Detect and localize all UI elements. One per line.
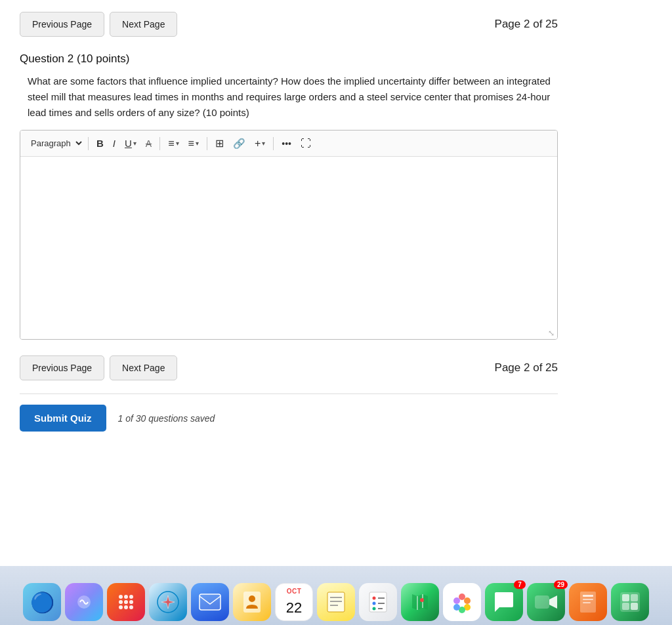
underline-label: U bbox=[125, 138, 132, 149]
top-prev-button[interactable]: Previous Page bbox=[20, 12, 104, 37]
top-nav-row: Previous Page Next Page Page 2 of 25 bbox=[20, 12, 558, 37]
insert-chevron-icon: ▾ bbox=[262, 140, 265, 147]
svg-point-32 bbox=[453, 604, 460, 611]
dock-reminders-icon[interactable] bbox=[359, 583, 397, 621]
toolbar-separator-2 bbox=[159, 137, 160, 150]
editor-content-area[interactable] bbox=[20, 157, 557, 327]
align-button[interactable]: ≡ ▾ bbox=[164, 135, 182, 152]
svg-point-6 bbox=[129, 600, 133, 604]
dock-launchpad-icon[interactable] bbox=[107, 583, 145, 621]
table-button[interactable]: ⊞ bbox=[211, 134, 228, 152]
underline-chevron-icon: ▾ bbox=[133, 140, 136, 147]
dock-numbers-icon[interactable] bbox=[611, 583, 649, 621]
insert-label: + bbox=[255, 138, 261, 150]
more-options-button[interactable]: ••• bbox=[278, 136, 295, 151]
editor-toolbar: Paragraph Heading 1 Heading 2 Heading 3 … bbox=[20, 131, 557, 157]
bottom-nav-row: Previous Page Next Page Page 2 of 25 bbox=[20, 355, 558, 380]
toolbar-separator-1 bbox=[88, 137, 89, 150]
toolbar-separator-4 bbox=[273, 137, 274, 150]
dock-photos-icon[interactable] bbox=[443, 583, 481, 621]
submit-row: Submit Quiz 1 of 30 questions saved bbox=[20, 405, 558, 432]
svg-rect-39 bbox=[583, 602, 591, 603]
messages-badge: 7 bbox=[514, 580, 526, 589]
italic-button[interactable]: I bbox=[109, 135, 119, 151]
svg-point-22 bbox=[373, 602, 376, 605]
align-icon: ≡ bbox=[168, 138, 174, 150]
editor-resize-handle[interactable]: ⤡ bbox=[20, 327, 557, 339]
question-points: (10 points) bbox=[77, 52, 129, 65]
dock-contacts-icon[interactable] bbox=[233, 583, 271, 621]
svg-rect-13 bbox=[200, 594, 220, 610]
dock-pages-icon[interactable] bbox=[569, 583, 607, 621]
svg-rect-16 bbox=[327, 592, 345, 612]
svg-point-9 bbox=[129, 605, 133, 609]
svg-marker-35 bbox=[549, 595, 557, 609]
strikethrough-label: A bbox=[146, 138, 152, 149]
submit-quiz-button[interactable]: Submit Quiz bbox=[20, 405, 106, 432]
calendar-day-label: 22 bbox=[286, 599, 302, 616]
bottom-page-indicator: Page 2 of 25 bbox=[495, 361, 558, 374]
svg-point-2 bbox=[124, 595, 128, 599]
resize-icon: ⤡ bbox=[548, 329, 555, 338]
svg-point-7 bbox=[119, 605, 123, 609]
dock-notes-icon[interactable] bbox=[317, 583, 355, 621]
dock-calendar-icon[interactable]: OCT 22 bbox=[275, 583, 313, 621]
svg-rect-43 bbox=[622, 603, 629, 610]
svg-point-27 bbox=[420, 598, 424, 602]
bottom-prev-button[interactable]: Previous Page bbox=[20, 355, 104, 380]
question-header: Question 2 (10 points) bbox=[20, 52, 558, 66]
more-options-icon: ••• bbox=[282, 138, 291, 149]
insert-button[interactable]: + ▾ bbox=[251, 135, 269, 152]
bold-label: B bbox=[96, 138, 104, 149]
dock-messages-icon[interactable]: 7 bbox=[485, 583, 523, 621]
question-number: Question 2 bbox=[20, 52, 74, 65]
table-icon: ⊞ bbox=[215, 137, 224, 150]
svg-rect-38 bbox=[583, 599, 593, 600]
svg-rect-37 bbox=[583, 595, 593, 597]
svg-point-1 bbox=[119, 595, 123, 599]
top-page-indicator: Page 2 of 25 bbox=[495, 18, 558, 31]
facetime-badge: 29 bbox=[554, 580, 568, 589]
list-button[interactable]: ≡ ▾ bbox=[184, 135, 203, 152]
link-button[interactable]: 🔗 bbox=[229, 135, 249, 152]
calendar-month-label: OCT bbox=[287, 588, 302, 595]
svg-rect-42 bbox=[631, 594, 638, 601]
svg-point-8 bbox=[124, 605, 128, 609]
svg-point-28 bbox=[459, 594, 465, 600]
svg-rect-41 bbox=[622, 594, 629, 601]
dock-maps-icon[interactable] bbox=[401, 583, 439, 621]
paragraph-format-select[interactable]: Paragraph Heading 1 Heading 2 Heading 3 bbox=[26, 136, 84, 151]
dock-mail-icon[interactable] bbox=[191, 583, 229, 621]
svg-point-4 bbox=[119, 600, 123, 604]
dock-safari-icon[interactable] bbox=[149, 583, 187, 621]
bold-button[interactable]: B bbox=[93, 135, 108, 151]
align-chevron-icon: ▾ bbox=[176, 140, 179, 147]
dock-facetime-icon[interactable]: 29 bbox=[527, 583, 565, 621]
question-body: What are some factors that influence imp… bbox=[20, 73, 558, 121]
strikethrough-button[interactable]: A bbox=[142, 136, 156, 151]
list-chevron-icon: ▾ bbox=[196, 140, 199, 147]
svg-point-23 bbox=[373, 607, 376, 611]
svg-point-15 bbox=[249, 595, 255, 602]
svg-point-21 bbox=[373, 597, 376, 600]
fullscreen-button[interactable]: ⛶ bbox=[297, 135, 315, 152]
dock-siri-icon[interactable] bbox=[65, 583, 103, 621]
saved-status-label: 1 of 30 questions saved bbox=[118, 413, 215, 424]
svg-point-3 bbox=[129, 595, 133, 599]
svg-point-5 bbox=[124, 600, 128, 604]
toolbar-separator-3 bbox=[207, 137, 207, 150]
svg-marker-11 bbox=[161, 595, 175, 609]
mac-dock: 🔵 bbox=[0, 566, 672, 625]
underline-button[interactable]: U ▾ bbox=[121, 135, 140, 151]
top-next-button[interactable]: Next Page bbox=[110, 12, 177, 37]
text-editor: Paragraph Heading 1 Heading 2 Heading 3 … bbox=[20, 130, 558, 340]
svg-rect-34 bbox=[535, 595, 549, 609]
fullscreen-icon: ⛶ bbox=[301, 138, 311, 150]
list-icon: ≡ bbox=[188, 138, 194, 150]
svg-point-33 bbox=[453, 597, 460, 604]
bottom-next-button[interactable]: Next Page bbox=[110, 355, 177, 380]
divider bbox=[20, 393, 558, 394]
svg-point-29 bbox=[464, 597, 471, 604]
link-icon: 🔗 bbox=[233, 138, 245, 150]
dock-finder-icon[interactable]: 🔵 bbox=[23, 583, 61, 621]
